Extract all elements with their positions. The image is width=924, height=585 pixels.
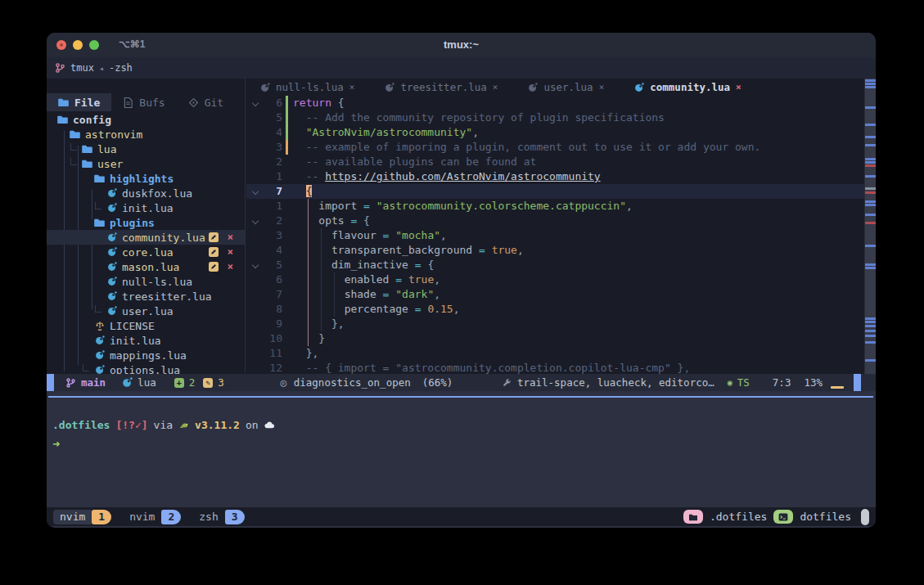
buffer-close-icon[interactable]: ×	[493, 82, 498, 92]
tree-item-mason-lua[interactable]: mason.lua×	[47, 259, 245, 274]
line-number: 9	[261, 317, 282, 330]
tree-item-lua[interactable]: lua	[47, 142, 245, 156]
tree-item-label: community.lua	[122, 232, 205, 244]
code-line[interactable]: 9 },	[246, 317, 864, 331]
tree-item-plugins[interactable]: plugins	[47, 215, 245, 230]
explorer-tab-file[interactable]: File	[47, 93, 111, 111]
scrollbar-mark	[865, 191, 876, 194]
scrollbar[interactable]	[864, 79, 876, 374]
prompt-arrow: ➜	[52, 437, 60, 452]
tree-item-core-lua[interactable]: core.lua×	[47, 245, 245, 259]
unsaved-close-icon[interactable]: ×	[228, 232, 233, 243]
buffer-close-icon[interactable]: ×	[599, 82, 605, 92]
fold-chevron-icon[interactable]	[252, 262, 259, 268]
tree-item-config[interactable]: config	[47, 112, 245, 127]
scrollbar-mark	[865, 161, 876, 164]
prompt-python-version: v3.11.2	[195, 419, 240, 431]
fold-chevron-icon[interactable]	[252, 100, 259, 106]
code-line[interactable]: 3 -- example of imporing a plugin, comme…	[246, 140, 864, 155]
tree-item-community-lua[interactable]: community.lua×	[47, 230, 245, 245]
code-line[interactable]: 7 {	[246, 184, 864, 199]
git-sign	[286, 125, 288, 140]
tree-item-label: null-ls.lua	[122, 276, 192, 288]
unsaved-close-icon[interactable]: ×	[228, 261, 233, 272]
folder-icon	[94, 218, 105, 228]
mode-indicator	[47, 374, 54, 391]
code-line[interactable]: 4 "AstroNvim/astrocommunity",	[246, 125, 864, 140]
tmux-window-1[interactable]: nvim1	[53, 510, 111, 524]
code-line[interactable]: 2 -- available plugins can be found at	[246, 155, 864, 169]
tree-item-init-lua[interactable]: init.lua	[47, 333, 245, 348]
tree-connector	[95, 202, 101, 209]
folder-icon	[82, 159, 92, 169]
tree-item-user[interactable]: user	[47, 156, 245, 171]
code-line[interactable]: 11 },	[246, 346, 864, 361]
tree-item-mappings-lua[interactable]: mappings.lua	[47, 348, 245, 362]
git-branch[interactable]: main	[65, 376, 106, 389]
code-line[interactable]: 6return {	[246, 96, 864, 110]
code-line[interactable]: 4 transparent_background = true,	[246, 243, 864, 258]
shell-input-line[interactable]: ➜	[52, 437, 60, 452]
code-text: opts = {	[293, 214, 370, 227]
git-sign	[286, 110, 288, 125]
scrollbar-mark	[865, 330, 876, 332]
code-line[interactable]: 8 percentage = 0.15,	[246, 302, 864, 317]
fold-chevron-icon[interactable]	[252, 188, 259, 195]
buffer-tab-label: user.lua	[543, 81, 593, 93]
pane-border[interactable]	[48, 396, 873, 398]
lua-icon	[259, 82, 270, 92]
buffer-tab-treesitter-lua[interactable]: treesitter.lua×	[384, 81, 498, 93]
line-number: 12	[261, 362, 282, 374]
scrollbar-mark	[865, 124, 876, 126]
scrollbar-mark	[865, 200, 876, 203]
buffer-tab-null-ls-lua[interactable]: null-ls.lua×	[259, 81, 354, 93]
code-text: -- available plugins can be found at	[293, 155, 536, 168]
buffer-close-icon[interactable]: ×	[736, 82, 741, 92]
line-number: 7	[261, 185, 282, 197]
tmux-window-2[interactable]: nvim2	[123, 510, 181, 524]
code-line[interactable]: 10 }	[246, 331, 864, 346]
lsp-icon: ◎	[278, 377, 289, 388]
tree-item-astronvim[interactable]: astronvim	[47, 127, 245, 142]
line-number: 2	[261, 155, 282, 168]
code-line[interactable]: 6 enabled = true,	[246, 272, 864, 287]
code-line[interactable]: 3 flavour = "mocha",	[246, 228, 864, 243]
explorer-tab-bufs[interactable]: Bufs	[111, 93, 176, 111]
tree-item-init-lua[interactable]: init.lua	[47, 200, 245, 215]
wrench-icon	[502, 377, 512, 388]
tmux-window-3[interactable]: zsh3	[192, 510, 244, 524]
editor-area[interactable]: null-ls.lua×treesitter.lua×user.lua×comm…	[246, 79, 864, 374]
explorer-tab-label: File	[74, 97, 100, 109]
line-number: 6	[261, 97, 282, 109]
scrollbar-mark	[865, 204, 876, 206]
code-line[interactable]: 5 -- Add the community repository of plu…	[246, 110, 864, 125]
tree-item-label: duskfox.lua	[122, 187, 192, 200]
tree-item-null-ls-lua[interactable]: null-ls.lua	[47, 274, 245, 289]
lua-icon	[94, 335, 105, 346]
terminal-tab-bar[interactable]: tmux ◂ -zsh	[47, 57, 876, 79]
code-line[interactable]: 2 opts = {	[246, 214, 864, 228]
buffer-close-icon[interactable]: ×	[349, 82, 355, 92]
statusline: main lua + 2 ✎ 3 ◎ diagnostics_on_open (…	[47, 374, 876, 391]
tree-item-duskfox-lua[interactable]: duskfox.lua	[47, 186, 245, 200]
buffer-tab-user-lua[interactable]: user.lua×	[527, 81, 604, 93]
code-line[interactable]: 7 shade = "dark",	[246, 287, 864, 302]
scrollbar-mark	[865, 335, 876, 337]
explorer-tab-label: Bufs	[139, 97, 165, 109]
tree-item-badges: ×	[209, 261, 233, 272]
line-number: 11	[261, 347, 282, 359]
code-line[interactable]: 5 dim_inactive = {	[246, 258, 864, 272]
titlebar: ⌥⌘1 tmux:~	[47, 33, 876, 57]
code-line[interactable]: 1 -- https://github.com/AstroNvim/astroc…	[246, 169, 864, 184]
code-line[interactable]: 1 import = "astrocommunity.colorscheme.c…	[246, 199, 864, 214]
fold-chevron-icon[interactable]	[252, 218, 259, 224]
explorer-tab-git[interactable]: Git	[177, 93, 235, 111]
code-text: }	[293, 332, 325, 344]
buffer-tab-community-lua[interactable]: community.lua×	[633, 81, 741, 93]
tree-item-user-lua[interactable]: user.lua	[47, 304, 245, 318]
tree-item-highlights[interactable]: highlights	[47, 171, 245, 186]
scroll-percent: 13%	[804, 376, 823, 389]
tree-item-treesitter-lua[interactable]: treesitter.lua	[47, 289, 245, 304]
tree-item-LICENSE[interactable]: LICENSE	[47, 318, 245, 333]
unsaved-close-icon[interactable]: ×	[228, 246, 233, 258]
